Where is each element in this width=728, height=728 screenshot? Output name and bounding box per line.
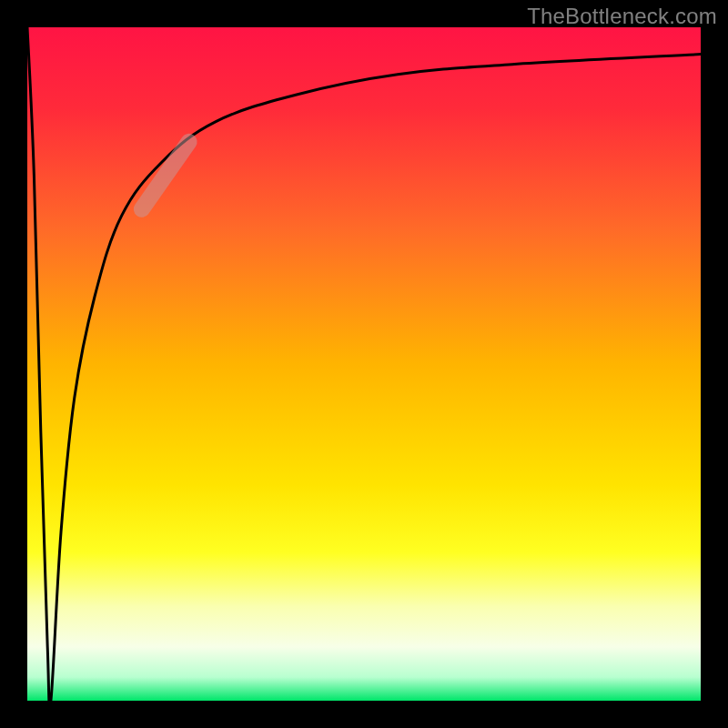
gradient-background — [27, 27, 701, 701]
watermark-text: TheBottleneck.com — [527, 4, 717, 29]
chart-frame: TheBottleneck.com — [0, 0, 728, 728]
plot-area — [27, 27, 701, 701]
plot-svg — [27, 27, 701, 701]
